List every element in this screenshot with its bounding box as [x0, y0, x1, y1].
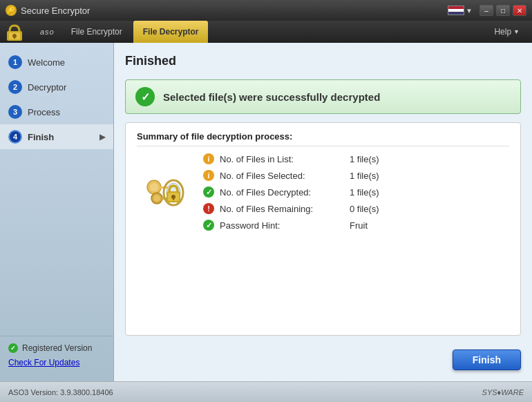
minimize-button[interactable]: – [479, 5, 493, 16]
stat-icon-0: i [203, 153, 214, 164]
tab-file-decryptor[interactable]: File Decryptor [133, 21, 209, 43]
logo: aso [6, 21, 55, 43]
sidebar-item-decryptor[interactable]: 2 Decryptor [0, 75, 113, 99]
close-button[interactable]: ✕ [513, 5, 526, 16]
lock-image [137, 153, 192, 231]
sidebar: 1 Welcome 2 Decryptor 3 Process 4 Finish… [0, 43, 114, 381]
stat-icon-4: ✓ [203, 220, 214, 231]
section-title: Finished [125, 54, 521, 68]
stat-value-1: 1 file(s) [350, 171, 379, 181]
stat-row-2: ✓ No. of Files Decrypted: 1 file(s) [203, 186, 509, 198]
menu-bar: aso File Encryptor File Decryptor Help ▼ [0, 21, 532, 43]
stat-label-2: No. of Files Decrypted: [220, 187, 344, 198]
help-arrow: ▼ [513, 28, 520, 35]
svg-point-5 [150, 183, 158, 191]
content-area: Finished ✓ Selected file(s) were success… [114, 43, 532, 381]
step-4-circle: 4 [8, 130, 22, 144]
flag-arrow: ▼ [466, 7, 473, 15]
logo-text: aso [40, 28, 55, 36]
sidebar-bottom: ✓ Registered Version Check For Updates [0, 336, 113, 374]
summary-content: i No. of Files in List: 1 file(s) i No. … [137, 153, 509, 231]
stat-label-0: No. of Files in List: [220, 154, 344, 164]
stat-row-4: ✓ Password Hint: Fruit [203, 220, 509, 231]
stat-row-1: i No. of Files Selected: 1 file(s) [203, 170, 509, 181]
stat-value-0: 1 file(s) [350, 154, 379, 164]
stat-row-0: i No. of Files in List: 1 file(s) [203, 153, 509, 164]
flag-icon [448, 6, 464, 15]
stat-label-1: No. of Files Selected: [220, 171, 344, 181]
sidebar-item-process[interactable]: 3 Process [0, 99, 113, 124]
registered-label: Registered Version [22, 343, 92, 353]
success-banner: ✓ Selected file(s) were successfully dec… [125, 79, 521, 114]
summary-box: Summary of file decryption process: [125, 122, 521, 336]
help-menu[interactable]: Help ▼ [487, 21, 526, 43]
stat-value-2: 1 file(s) [350, 187, 379, 198]
stat-value-3: 0 file(s) [350, 204, 379, 214]
sidebar-item-welcome[interactable]: 1 Welcome [0, 50, 113, 75]
summary-title: Summary of file decryption process: [137, 131, 509, 146]
check-updates-link[interactable]: Check For Updates [8, 358, 79, 367]
title-bar-controls: ▼ – □ ✕ [448, 5, 526, 16]
finish-button[interactable]: Finish [453, 350, 521, 370]
step-3-label: Process [28, 107, 60, 117]
app-icon: 🔑 [6, 5, 17, 16]
svg-rect-3 [14, 36, 15, 39]
lock-svg [140, 168, 189, 216]
footer-version: ASO3 Version: 3.9.3800.18406 [8, 388, 113, 396]
window-title: Secure Encryptor [21, 6, 90, 16]
stat-icon-3: ! [203, 203, 214, 214]
stat-icon-1: i [203, 170, 214, 181]
registered-icon: ✓ [8, 343, 18, 353]
tab-file-decryptor-label: File Decryptor [143, 27, 199, 37]
stat-value-4: Fruit [350, 220, 368, 231]
main-layout: 1 Welcome 2 Decryptor 3 Process 4 Finish… [0, 43, 532, 381]
footer: ASO3 Version: 3.9.3800.18406 SYS♦WARE [0, 381, 532, 402]
help-label: Help [494, 27, 511, 37]
restore-button[interactable]: □ [496, 5, 510, 16]
title-bar-left: 🔑 Secure Encryptor [6, 5, 90, 16]
footer-brand: SYS♦WARE [482, 388, 524, 396]
stat-row-3: ! No. of Files Remaining: 0 file(s) [203, 203, 509, 214]
success-message: Selected file(s) were successfully decry… [163, 91, 380, 103]
step-4-label: Finish [28, 132, 54, 142]
registered-row: ✓ Registered Version [8, 343, 105, 353]
logo-icon [6, 21, 40, 42]
finish-btn-area: Finish [125, 350, 521, 370]
stat-label-4: Password Hint: [220, 220, 344, 231]
sidebar-arrow: ▶ [99, 133, 105, 142]
step-1-label: Welcome [28, 57, 65, 68]
tab-file-encryptor-label: File Encryptor [71, 27, 122, 37]
stat-label-3: No. of Files Remaining: [220, 204, 344, 214]
stat-icon-2: ✓ [203, 186, 214, 198]
tab-file-encryptor[interactable]: File Encryptor [61, 21, 132, 43]
sidebar-item-finish[interactable]: 4 Finish ▶ [0, 124, 113, 149]
summary-stats: i No. of Files in List: 1 file(s) i No. … [203, 153, 509, 231]
step-1-circle: 1 [8, 55, 22, 69]
success-check-icon: ✓ [135, 87, 155, 106]
step-2-label: Decryptor [28, 82, 66, 93]
language-flag[interactable]: ▼ [448, 6, 473, 15]
svg-point-10 [153, 195, 160, 202]
step-3-circle: 3 [8, 105, 22, 119]
title-bar: 🔑 Secure Encryptor ▼ – □ ✕ [0, 0, 532, 21]
svg-rect-19 [173, 197, 174, 200]
step-2-circle: 2 [8, 80, 22, 94]
